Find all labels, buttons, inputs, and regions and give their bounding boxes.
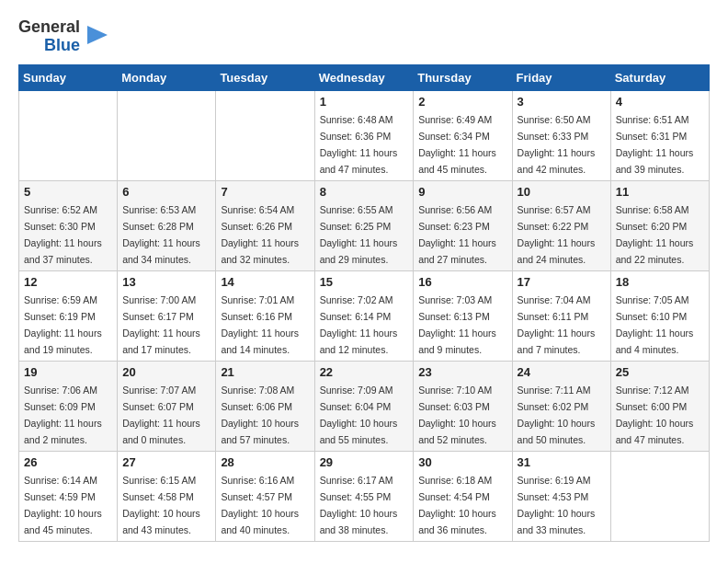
day-number: 28 [221, 455, 309, 469]
day-info: Sunrise: 6:51 AM Sunset: 6:31 PM Dayligh… [616, 114, 694, 175]
day-number: 14 [221, 275, 309, 289]
day-cell-4: 4Sunrise: 6:51 AM Sunset: 6:31 PM Daylig… [610, 90, 709, 180]
day-cell-6: 6Sunrise: 6:53 AM Sunset: 6:28 PM Daylig… [118, 180, 216, 270]
day-number: 6 [122, 185, 210, 199]
day-number: 11 [616, 185, 704, 199]
day-info: Sunrise: 7:04 AM Sunset: 6:11 PM Dayligh… [518, 294, 596, 355]
day-cell-15: 15Sunrise: 7:02 AM Sunset: 6:14 PM Dayli… [314, 270, 414, 361]
week-row-4: 19Sunrise: 7:06 AM Sunset: 6:09 PM Dayli… [19, 361, 710, 451]
day-cell-16: 16Sunrise: 7:03 AM Sunset: 6:13 PM Dayli… [414, 270, 512, 361]
day-number: 16 [418, 275, 506, 289]
day-cell-12: 12Sunrise: 6:59 AM Sunset: 6:19 PM Dayli… [19, 270, 118, 361]
day-cell-14: 14Sunrise: 7:01 AM Sunset: 6:16 PM Dayli… [216, 270, 314, 361]
empty-cell [216, 90, 314, 180]
day-number: 13 [122, 275, 210, 289]
day-cell-17: 17Sunrise: 7:04 AM Sunset: 6:11 PM Dayli… [512, 270, 610, 361]
week-row-3: 12Sunrise: 6:59 AM Sunset: 6:19 PM Dayli… [19, 270, 710, 361]
day-info: Sunrise: 7:01 AM Sunset: 6:16 PM Dayligh… [221, 294, 299, 355]
day-cell-10: 10Sunrise: 6:57 AM Sunset: 6:22 PM Dayli… [512, 180, 610, 270]
day-info: Sunrise: 6:56 AM Sunset: 6:23 PM Dayligh… [418, 204, 496, 265]
day-cell-26: 26Sunrise: 6:14 AM Sunset: 4:59 PM Dayli… [19, 451, 118, 541]
day-cell-1: 1Sunrise: 6:48 AM Sunset: 6:36 PM Daylig… [314, 90, 414, 180]
day-cell-28: 28Sunrise: 6:16 AM Sunset: 4:57 PM Dayli… [216, 451, 314, 541]
day-number: 17 [518, 275, 606, 289]
weekday-header-monday: Monday [118, 64, 216, 90]
week-row-2: 5Sunrise: 6:52 AM Sunset: 6:30 PM Daylig… [19, 180, 710, 270]
day-info: Sunrise: 6:55 AM Sunset: 6:25 PM Dayligh… [320, 204, 398, 265]
day-number: 25 [616, 365, 704, 379]
day-info: Sunrise: 6:57 AM Sunset: 6:22 PM Dayligh… [518, 204, 596, 265]
day-info: Sunrise: 6:54 AM Sunset: 6:26 PM Dayligh… [221, 204, 299, 265]
day-cell-25: 25Sunrise: 7:12 AM Sunset: 6:00 PM Dayli… [610, 361, 709, 451]
day-number: 30 [418, 455, 506, 469]
day-number: 27 [122, 455, 210, 469]
day-info: Sunrise: 7:06 AM Sunset: 6:09 PM Dayligh… [24, 385, 102, 445]
day-cell-23: 23Sunrise: 7:10 AM Sunset: 6:03 PM Dayli… [414, 361, 512, 451]
day-info: Sunrise: 6:52 AM Sunset: 6:30 PM Dayligh… [24, 204, 102, 265]
day-info: Sunrise: 7:09 AM Sunset: 6:04 PM Dayligh… [320, 385, 398, 445]
day-cell-9: 9Sunrise: 6:56 AM Sunset: 6:23 PM Daylig… [414, 180, 512, 270]
day-cell-31: 31Sunrise: 6:19 AM Sunset: 4:53 PM Dayli… [512, 451, 610, 541]
day-cell-21: 21Sunrise: 7:08 AM Sunset: 6:06 PM Dayli… [216, 361, 314, 451]
logo-text: General [18, 18, 80, 37]
weekday-header-wednesday: Wednesday [314, 64, 414, 90]
day-cell-8: 8Sunrise: 6:55 AM Sunset: 6:25 PM Daylig… [314, 180, 414, 270]
day-cell-22: 22Sunrise: 7:09 AM Sunset: 6:04 PM Dayli… [314, 361, 414, 451]
weekday-header-friday: Friday [512, 64, 610, 90]
empty-cell [610, 451, 709, 541]
day-number: 18 [616, 275, 704, 289]
day-cell-2: 2Sunrise: 6:49 AM Sunset: 6:34 PM Daylig… [414, 90, 512, 180]
week-row-1: 1Sunrise: 6:48 AM Sunset: 6:36 PM Daylig… [19, 90, 710, 180]
day-number: 7 [221, 185, 309, 199]
day-number: 10 [518, 185, 606, 199]
day-number: 9 [418, 185, 506, 199]
day-number: 15 [320, 275, 409, 289]
day-info: Sunrise: 7:08 AM Sunset: 6:06 PM Dayligh… [221, 385, 299, 445]
logo: General Blue [18, 18, 108, 55]
week-row-5: 26Sunrise: 6:14 AM Sunset: 4:59 PM Dayli… [19, 451, 710, 541]
svg-marker-0 [87, 26, 108, 44]
day-info: Sunrise: 6:15 AM Sunset: 4:58 PM Dayligh… [122, 475, 200, 535]
page-header: General Blue [18, 18, 710, 55]
weekday-header-row: SundayMondayTuesdayWednesdayThursdayFrid… [19, 64, 710, 90]
day-number: 1 [320, 95, 409, 109]
day-info: Sunrise: 7:11 AM Sunset: 6:02 PM Dayligh… [518, 385, 596, 445]
day-info: Sunrise: 6:59 AM Sunset: 6:19 PM Dayligh… [24, 294, 102, 355]
day-number: 31 [518, 455, 606, 469]
day-number: 20 [122, 365, 210, 379]
day-number: 26 [24, 455, 112, 469]
day-cell-7: 7Sunrise: 6:54 AM Sunset: 6:26 PM Daylig… [216, 180, 314, 270]
day-info: Sunrise: 6:58 AM Sunset: 6:20 PM Dayligh… [616, 204, 694, 265]
day-number: 23 [418, 365, 506, 379]
day-number: 24 [518, 365, 606, 379]
day-cell-19: 19Sunrise: 7:06 AM Sunset: 6:09 PM Dayli… [19, 361, 118, 451]
day-info: Sunrise: 6:14 AM Sunset: 4:59 PM Dayligh… [24, 475, 102, 535]
day-cell-20: 20Sunrise: 7:07 AM Sunset: 6:07 PM Dayli… [118, 361, 216, 451]
day-cell-27: 27Sunrise: 6:15 AM Sunset: 4:58 PM Dayli… [118, 451, 216, 541]
logo-blue-text: Blue [44, 37, 80, 55]
day-number: 3 [518, 95, 606, 109]
empty-cell [19, 90, 118, 180]
weekday-header-saturday: Saturday [610, 64, 709, 90]
day-number: 29 [320, 455, 409, 469]
weekday-header-thursday: Thursday [414, 64, 512, 90]
day-cell-24: 24Sunrise: 7:11 AM Sunset: 6:02 PM Dayli… [512, 361, 610, 451]
day-info: Sunrise: 6:16 AM Sunset: 4:57 PM Dayligh… [221, 475, 299, 535]
weekday-header-sunday: Sunday [19, 64, 118, 90]
weekday-header-tuesday: Tuesday [216, 64, 314, 90]
day-cell-11: 11Sunrise: 6:58 AM Sunset: 6:20 PM Dayli… [610, 180, 709, 270]
day-info: Sunrise: 6:53 AM Sunset: 6:28 PM Dayligh… [122, 204, 200, 265]
day-number: 12 [24, 275, 112, 289]
day-number: 8 [320, 185, 409, 199]
day-cell-3: 3Sunrise: 6:50 AM Sunset: 6:33 PM Daylig… [512, 90, 610, 180]
day-info: Sunrise: 6:17 AM Sunset: 4:55 PM Dayligh… [320, 475, 398, 535]
day-info: Sunrise: 7:03 AM Sunset: 6:13 PM Dayligh… [418, 294, 496, 355]
day-info: Sunrise: 6:50 AM Sunset: 6:33 PM Dayligh… [518, 114, 596, 175]
day-number: 19 [24, 365, 112, 379]
day-cell-5: 5Sunrise: 6:52 AM Sunset: 6:30 PM Daylig… [19, 180, 118, 270]
day-info: Sunrise: 6:19 AM Sunset: 4:53 PM Dayligh… [518, 475, 596, 535]
day-cell-29: 29Sunrise: 6:17 AM Sunset: 4:55 PM Dayli… [314, 451, 414, 541]
day-info: Sunrise: 7:07 AM Sunset: 6:07 PM Dayligh… [122, 385, 200, 445]
day-info: Sunrise: 6:48 AM Sunset: 6:36 PM Dayligh… [320, 114, 398, 175]
day-cell-13: 13Sunrise: 7:00 AM Sunset: 6:17 PM Dayli… [118, 270, 216, 361]
